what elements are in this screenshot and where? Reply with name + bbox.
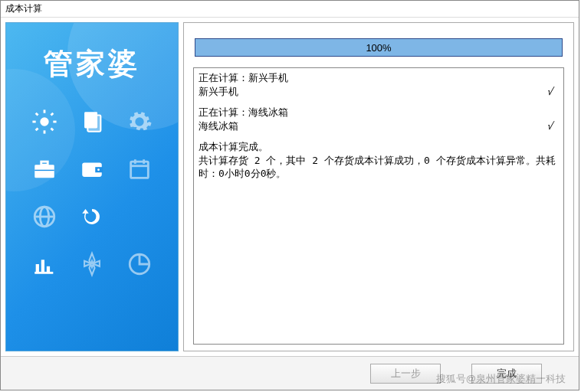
- window-body: 管家婆 100% 正在计算：新兴手机新兴手机√正在计算：海线: [1, 18, 579, 356]
- log-line: 共计算存货 2 个，其中 2 个存货成本计算成功，0 个存货成本计算异常。共耗时…: [199, 154, 559, 181]
- wallet-icon: [72, 152, 112, 186]
- briefcase-icon: [25, 152, 64, 186]
- globe-icon: [25, 200, 64, 234]
- svg-point-17: [97, 168, 100, 171]
- svg-rect-25: [36, 264, 39, 273]
- log-line: 海线冰箱√: [199, 119, 559, 133]
- calendar-icon: [120, 152, 159, 186]
- log-output: 正在计算：新兴手机新兴手机√正在计算：海线冰箱海线冰箱√成本计算完成。共计算存货…: [193, 67, 564, 345]
- log-line: 正在计算：海线冰箱: [199, 106, 559, 119]
- progress-bar: 100%: [195, 38, 563, 57]
- star-icon: [72, 247, 112, 281]
- svg-rect-26: [41, 260, 44, 273]
- documents-icon: [72, 105, 112, 139]
- finish-button[interactable]: 完成: [471, 364, 542, 384]
- log-line: 成本计算完成。: [199, 140, 559, 154]
- log-line: 正在计算：新兴手机: [199, 71, 559, 85]
- gear-icon: [120, 105, 159, 139]
- svg-rect-10: [87, 116, 100, 132]
- log-line: 新兴手机√: [199, 85, 559, 99]
- svg-rect-12: [34, 165, 54, 178]
- svg-rect-13: [41, 162, 48, 165]
- svg-line-8: [51, 113, 54, 116]
- undo-icon: [72, 200, 112, 234]
- pie-chart-icon: [120, 247, 159, 281]
- sidebar: 管家婆: [5, 22, 179, 351]
- progress-label: 100%: [195, 39, 562, 56]
- window: 成本计算 管家婆 100% 正: [0, 0, 579, 390]
- sun-icon: [25, 105, 64, 139]
- bar-chart-icon: [25, 247, 64, 281]
- svg-line-6: [51, 129, 54, 131]
- sidebar-icon-grid: [6, 97, 178, 281]
- svg-rect-18: [131, 162, 149, 178]
- svg-line-5: [36, 113, 38, 116]
- brand-title: 管家婆: [6, 23, 178, 97]
- prev-button[interactable]: 上一步: [370, 364, 441, 384]
- main-panel: 100% 正在计算：新兴手机新兴手机√正在计算：海线冰箱海线冰箱√成本计算完成。…: [183, 22, 574, 351]
- svg-line-7: [36, 129, 38, 131]
- window-title: 成本计算: [1, 1, 579, 18]
- footer: 上一步 完成: [1, 356, 579, 390]
- svg-point-0: [40, 117, 48, 126]
- placeholder-icon: [120, 200, 159, 234]
